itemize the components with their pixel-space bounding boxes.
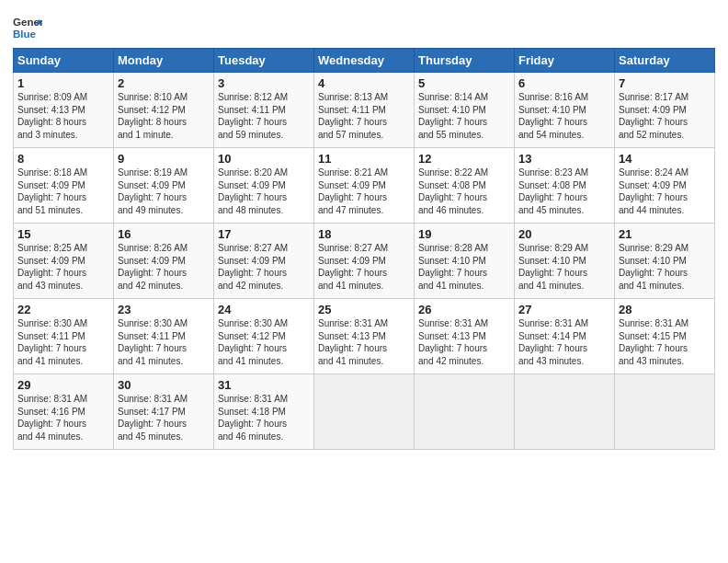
day-info: Sunrise: 8:25 AM Sunset: 4:09 PM Dayligh… <box>17 242 109 292</box>
day-info: Sunrise: 8:31 AM Sunset: 4:16 PM Dayligh… <box>17 393 109 442</box>
day-number: 24 <box>218 303 310 316</box>
day-cell: 23Sunrise: 8:30 AM Sunset: 4:11 PM Dayli… <box>114 299 214 374</box>
day-cell: 24Sunrise: 8:30 AM Sunset: 4:12 PM Dayli… <box>214 299 314 374</box>
calendar-header: SundayMondayTuesdayWednesdayThursdayFrid… <box>14 49 715 73</box>
day-info: Sunrise: 8:27 AM Sunset: 4:09 PM Dayligh… <box>218 242 310 292</box>
day-info: Sunrise: 8:19 AM Sunset: 4:09 PM Dayligh… <box>118 167 210 216</box>
day-number: 27 <box>518 303 610 316</box>
day-number: 8 <box>17 152 109 166</box>
day-cell: 31Sunrise: 8:31 AM Sunset: 4:18 PM Dayli… <box>214 374 314 450</box>
day-number: 14 <box>619 152 711 166</box>
day-number: 17 <box>218 227 310 241</box>
day-info: Sunrise: 8:31 AM Sunset: 4:15 PM Dayligh… <box>619 317 711 367</box>
day-number: 1 <box>17 76 109 90</box>
day-cell: 8Sunrise: 8:18 AM Sunset: 4:09 PM Daylig… <box>14 148 114 224</box>
day-cell: 27Sunrise: 8:31 AM Sunset: 4:14 PM Dayli… <box>515 299 615 374</box>
day-cell <box>415 374 515 450</box>
day-number: 15 <box>17 227 109 241</box>
day-info: Sunrise: 8:18 AM Sunset: 4:09 PM Dayligh… <box>17 167 109 216</box>
day-number: 18 <box>318 227 410 241</box>
day-cell: 29Sunrise: 8:31 AM Sunset: 4:16 PM Dayli… <box>14 374 114 450</box>
day-info: Sunrise: 8:30 AM Sunset: 4:11 PM Dayligh… <box>118 317 210 367</box>
day-number: 30 <box>118 378 210 392</box>
day-cell: 7Sunrise: 8:17 AM Sunset: 4:09 PM Daylig… <box>615 73 715 148</box>
day-cell: 20Sunrise: 8:29 AM Sunset: 4:10 PM Dayli… <box>515 224 615 299</box>
day-number: 9 <box>118 152 210 166</box>
day-number: 3 <box>218 76 310 90</box>
weekday-thursday: Thursday <box>415 49 515 73</box>
day-info: Sunrise: 8:31 AM Sunset: 4:18 PM Dayligh… <box>218 393 310 442</box>
day-cell <box>314 374 415 450</box>
day-info: Sunrise: 8:20 AM Sunset: 4:09 PM Dayligh… <box>218 167 310 216</box>
day-info: Sunrise: 8:21 AM Sunset: 4:09 PM Dayligh… <box>318 167 410 216</box>
day-cell: 13Sunrise: 8:23 AM Sunset: 4:08 PM Dayli… <box>515 148 615 224</box>
day-cell <box>615 374 715 450</box>
day-cell: 15Sunrise: 8:25 AM Sunset: 4:09 PM Dayli… <box>14 224 114 299</box>
day-info: Sunrise: 8:31 AM Sunset: 4:13 PM Dayligh… <box>318 317 410 367</box>
calendar-body: 1Sunrise: 8:09 AM Sunset: 4:13 PM Daylig… <box>14 73 715 450</box>
day-number: 31 <box>218 378 310 392</box>
day-number: 5 <box>418 76 510 90</box>
week-row-2: 8Sunrise: 8:18 AM Sunset: 4:09 PM Daylig… <box>14 148 715 224</box>
day-cell: 17Sunrise: 8:27 AM Sunset: 4:09 PM Dayli… <box>214 224 314 299</box>
calendar-table: SundayMondayTuesdayWednesdayThursdayFrid… <box>13 48 715 450</box>
day-cell: 10Sunrise: 8:20 AM Sunset: 4:09 PM Dayli… <box>214 148 314 224</box>
week-row-3: 15Sunrise: 8:25 AM Sunset: 4:09 PM Dayli… <box>14 224 715 299</box>
day-info: Sunrise: 8:30 AM Sunset: 4:12 PM Dayligh… <box>218 317 310 367</box>
day-info: Sunrise: 8:23 AM Sunset: 4:08 PM Dayligh… <box>518 167 610 216</box>
day-info: Sunrise: 8:28 AM Sunset: 4:10 PM Dayligh… <box>418 242 510 292</box>
day-number: 11 <box>318 152 410 166</box>
day-info: Sunrise: 8:26 AM Sunset: 4:09 PM Dayligh… <box>118 242 210 292</box>
day-info: Sunrise: 8:13 AM Sunset: 4:11 PM Dayligh… <box>318 91 410 141</box>
day-cell: 6Sunrise: 8:16 AM Sunset: 4:10 PM Daylig… <box>515 73 615 148</box>
day-info: Sunrise: 8:31 AM Sunset: 4:14 PM Dayligh… <box>518 317 610 367</box>
day-cell: 5Sunrise: 8:14 AM Sunset: 4:10 PM Daylig… <box>415 73 515 148</box>
day-info: Sunrise: 8:12 AM Sunset: 4:11 PM Dayligh… <box>218 91 310 141</box>
day-cell: 16Sunrise: 8:26 AM Sunset: 4:09 PM Dayli… <box>114 224 214 299</box>
day-info: Sunrise: 8:14 AM Sunset: 4:10 PM Dayligh… <box>418 91 510 141</box>
day-number: 28 <box>619 303 711 316</box>
day-cell: 3Sunrise: 8:12 AM Sunset: 4:11 PM Daylig… <box>214 73 314 148</box>
logo-icon: General Blue <box>13 13 42 42</box>
weekday-saturday: Saturday <box>615 49 715 73</box>
week-row-5: 29Sunrise: 8:31 AM Sunset: 4:16 PM Dayli… <box>14 374 715 450</box>
weekday-friday: Friday <box>515 49 615 73</box>
day-info: Sunrise: 8:29 AM Sunset: 4:10 PM Dayligh… <box>518 242 610 292</box>
weekday-monday: Monday <box>114 49 214 73</box>
day-info: Sunrise: 8:24 AM Sunset: 4:09 PM Dayligh… <box>619 167 711 216</box>
day-cell: 14Sunrise: 8:24 AM Sunset: 4:09 PM Dayli… <box>615 148 715 224</box>
logo: General Blue <box>13 13 46 42</box>
day-cell: 25Sunrise: 8:31 AM Sunset: 4:13 PM Dayli… <box>314 299 415 374</box>
day-cell: 1Sunrise: 8:09 AM Sunset: 4:13 PM Daylig… <box>14 73 114 148</box>
day-info: Sunrise: 8:16 AM Sunset: 4:10 PM Dayligh… <box>518 91 610 141</box>
day-cell: 19Sunrise: 8:28 AM Sunset: 4:10 PM Dayli… <box>415 224 515 299</box>
day-number: 10 <box>218 152 310 166</box>
day-number: 29 <box>17 378 109 392</box>
day-cell: 11Sunrise: 8:21 AM Sunset: 4:09 PM Dayli… <box>314 148 415 224</box>
day-number: 16 <box>118 227 210 241</box>
day-info: Sunrise: 8:31 AM Sunset: 4:17 PM Dayligh… <box>118 393 210 442</box>
day-number: 22 <box>17 303 109 316</box>
weekday-sunday: Sunday <box>14 49 114 73</box>
day-info: Sunrise: 8:17 AM Sunset: 4:09 PM Dayligh… <box>619 91 711 141</box>
day-number: 25 <box>318 303 410 316</box>
week-row-4: 22Sunrise: 8:30 AM Sunset: 4:11 PM Dayli… <box>14 299 715 374</box>
day-cell: 18Sunrise: 8:27 AM Sunset: 4:09 PM Dayli… <box>314 224 415 299</box>
day-cell: 9Sunrise: 8:19 AM Sunset: 4:09 PM Daylig… <box>114 148 214 224</box>
day-info: Sunrise: 8:27 AM Sunset: 4:09 PM Dayligh… <box>318 242 410 292</box>
day-cell: 26Sunrise: 8:31 AM Sunset: 4:13 PM Dayli… <box>415 299 515 374</box>
day-info: Sunrise: 8:29 AM Sunset: 4:10 PM Dayligh… <box>619 242 711 292</box>
calendar-container: General Blue SundayMondayTuesdayWednesda… <box>0 0 728 455</box>
day-info: Sunrise: 8:30 AM Sunset: 4:11 PM Dayligh… <box>17 317 109 367</box>
weekday-header-row: SundayMondayTuesdayWednesdayThursdayFrid… <box>14 49 715 73</box>
day-cell: 2Sunrise: 8:10 AM Sunset: 4:12 PM Daylig… <box>114 73 214 148</box>
day-cell <box>515 374 615 450</box>
day-cell: 30Sunrise: 8:31 AM Sunset: 4:17 PM Dayli… <box>114 374 214 450</box>
day-cell: 28Sunrise: 8:31 AM Sunset: 4:15 PM Dayli… <box>615 299 715 374</box>
weekday-tuesday: Tuesday <box>214 49 314 73</box>
day-info: Sunrise: 8:22 AM Sunset: 4:08 PM Dayligh… <box>418 167 510 216</box>
day-info: Sunrise: 8:09 AM Sunset: 4:13 PM Dayligh… <box>17 91 109 141</box>
day-number: 19 <box>418 227 510 241</box>
day-number: 13 <box>518 152 610 166</box>
day-number: 26 <box>418 303 510 316</box>
